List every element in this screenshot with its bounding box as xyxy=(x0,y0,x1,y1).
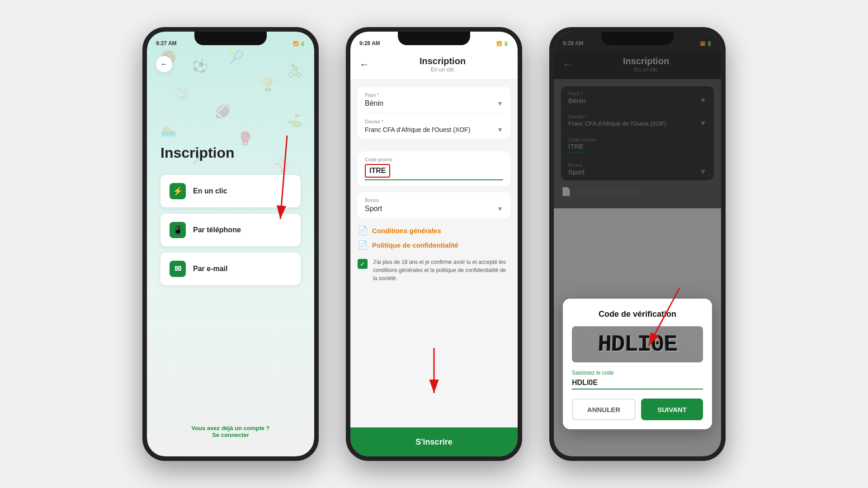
sinscire-button[interactable]: S'inscrire xyxy=(350,427,518,456)
tennis-icon: 🎾 xyxy=(228,50,244,65)
one-click-option[interactable]: ⚡ En un clic xyxy=(160,175,301,207)
login-section: Vous avez déjà un compte ? Se connecter xyxy=(147,425,314,438)
registration-options: ⚡ En un clic 📱 Par téléphone ✉ Par e-mai… xyxy=(147,166,314,294)
title-main-2: Inscription xyxy=(377,56,509,66)
suivant-button[interactable]: SUIVANT xyxy=(641,399,703,420)
back-button-2[interactable]: ← xyxy=(359,59,369,70)
privacy-label: Politique de confidentialité xyxy=(372,241,458,249)
swimming-icon: 🏊 xyxy=(160,122,176,137)
bonus-label: Bonus xyxy=(365,197,503,203)
lightning-icon: ⚡ xyxy=(170,183,186,199)
promo-label: Code promo xyxy=(365,157,503,162)
trophy-icon: 🏆 xyxy=(260,77,276,92)
football-icon: ⚽ xyxy=(192,59,208,74)
modal-title: Code de vérification xyxy=(572,310,703,319)
status-icons-1: 📶 🔋 xyxy=(293,41,305,46)
agreement-row: ✓ J'ai plus de 18 ans et je confirme avo… xyxy=(358,258,510,282)
phone2-screen: 9:28 AM 📶 🔋 ← Inscription En un clic Pay… xyxy=(350,32,518,456)
phone-option[interactable]: 📱 Par téléphone xyxy=(160,214,301,246)
suivant-label: SUIVANT xyxy=(657,406,687,413)
conditions-section: 📄 Conditions générales 📄 Politique de co… xyxy=(358,225,510,282)
pays-value-row: Bénin ▼ xyxy=(365,99,503,108)
status-time-2: 9:28 AM xyxy=(359,40,380,47)
status-icons-2: 📶 🔋 xyxy=(496,41,509,46)
page-title-1: Inscription xyxy=(147,145,314,161)
golf-icon: ⛳ xyxy=(287,113,303,128)
status-time-1: 9:27 AM xyxy=(156,40,177,47)
volleyball-icon: 🏐 xyxy=(174,86,190,101)
phone-notch-3 xyxy=(601,32,674,45)
promo-underline xyxy=(365,179,503,180)
header-2: ← Inscription En un clic xyxy=(350,52,518,80)
phone-1: 9:27 AM 📶 🔋 🏀 ⚽ 🎾 🏆 🏐 🏈 🚴 🏊 🥊 ⛳ 🎾 ⚾ xyxy=(142,27,319,461)
saisir-label: Saisissez le code xyxy=(572,370,703,376)
promo-input-box: ITRE xyxy=(365,164,390,178)
bonus-field[interactable]: Bonus Sport ▼ xyxy=(358,192,510,218)
promo-field[interactable]: Code promo ITRE xyxy=(358,151,510,186)
annuler-label: ANNULER xyxy=(587,406,620,413)
phone1-screen: 9:27 AM 📶 🔋 🏀 ⚽ 🎾 🏆 🏐 🏈 🚴 🏊 🥊 ⛳ 🎾 ⚾ xyxy=(147,32,314,456)
phone-3: 9:28 AM 📶 🔋 ← Inscription En un clic Pay… xyxy=(549,27,726,461)
verification-modal: Code de vérification HDLI0E Saisissez le… xyxy=(563,299,712,429)
bonus-value: Sport xyxy=(365,205,382,213)
devise-field[interactable]: Devise * Franc CFA d'Afrique de l'Ouest … xyxy=(358,113,510,139)
code-input-wrapper: HDLI0E xyxy=(572,379,703,389)
captcha-text: HDLI0E xyxy=(597,331,678,358)
email-icon: ✉ xyxy=(170,261,186,277)
phone-notch xyxy=(194,32,267,45)
bonus-value-row: Sport ▼ xyxy=(365,205,503,213)
boxing-icon: 🥊 xyxy=(237,131,253,146)
header-title-2: Inscription En un clic xyxy=(377,56,509,73)
rugby-icon: 🏈 xyxy=(215,104,231,119)
sinscire-label: S'inscrire xyxy=(415,437,452,447)
code-input-value: HDLI0E xyxy=(572,379,598,386)
email-label: Par e-mail xyxy=(193,265,227,273)
devise-chevron-icon: ▼ xyxy=(497,126,503,133)
devise-label: Devise * xyxy=(365,119,503,124)
phone-label: Par téléphone xyxy=(193,226,241,234)
phone3-screen: 9:28 AM 📶 🔋 ← Inscription En un clic Pay… xyxy=(554,32,721,456)
agreement-text: J'ai plus de 18 ans et je confirme avoir… xyxy=(373,258,510,282)
country-currency-section: Pays * Bénin ▼ Devise * Franc CFA d'Afri… xyxy=(358,87,510,139)
modal-buttons: ANNULER SUIVANT xyxy=(572,399,703,420)
email-option[interactable]: ✉ Par e-mail xyxy=(160,253,301,285)
privacy-icon: 📄 xyxy=(358,240,368,250)
title-sub-2: En un clic xyxy=(377,66,509,73)
bonus-chevron-icon: ▼ xyxy=(497,205,503,212)
one-click-label: En un clic xyxy=(193,187,227,195)
cycling-icon: 🚴 xyxy=(287,63,303,78)
promo-value: ITRE xyxy=(369,167,386,174)
conditions-label: Conditions générales xyxy=(372,227,441,235)
phone-notch-2 xyxy=(398,32,470,45)
privacy-link[interactable]: 📄 Politique de confidentialité xyxy=(358,240,510,250)
devise-value: Franc CFA d'Afrique de l'Ouest (XOF) xyxy=(365,126,470,133)
annuler-button[interactable]: ANNULER xyxy=(572,399,636,420)
form-2: Pays * Bénin ▼ Devise * Franc CFA d'Afri… xyxy=(350,80,518,290)
pays-value: Bénin xyxy=(365,99,383,108)
captcha-image: HDLI0E xyxy=(572,326,703,362)
back-button-1[interactable]: ← xyxy=(156,56,172,72)
pays-field[interactable]: Pays * Bénin ▼ xyxy=(358,87,510,113)
conditions-icon: 📄 xyxy=(358,225,368,235)
devise-value-row: Franc CFA d'Afrique de l'Ouest (XOF) ▼ xyxy=(365,126,503,133)
login-link[interactable]: Se connecter xyxy=(212,432,249,438)
pays-label: Pays * xyxy=(365,92,503,98)
phone-2: 9:28 AM 📶 🔋 ← Inscription En un clic Pay… xyxy=(346,27,522,461)
conditions-link[interactable]: 📄 Conditions générales xyxy=(358,225,510,235)
back-arrow-icon: ← xyxy=(160,60,168,68)
agreement-checkbox[interactable]: ✓ xyxy=(358,259,368,269)
phone-icon: 📱 xyxy=(170,222,186,238)
pays-chevron-icon: ▼ xyxy=(497,100,503,107)
login-prompt: Vous avez déjà un compte ? xyxy=(191,425,269,432)
